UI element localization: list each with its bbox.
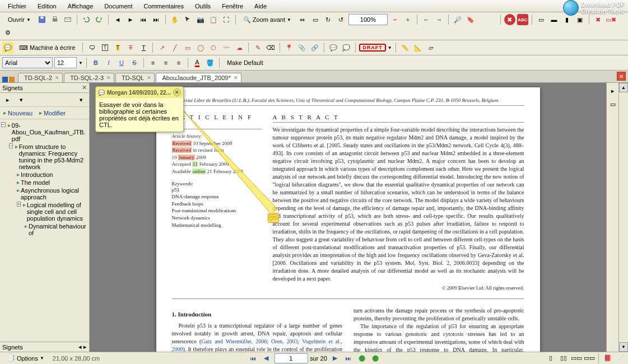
snapshot-icon[interactable]: 📷 — [195, 14, 206, 25]
view-continuous-icon[interactable]: ▯▯ — [558, 353, 569, 364]
expand-all-icon[interactable]: ▸ — [2, 94, 13, 105]
textbox-icon[interactable]: 🅃 — [99, 42, 110, 53]
note-icon[interactable]: 💬 — [2, 42, 13, 53]
next-page-icon[interactable]: ► — [125, 14, 136, 25]
tree-item[interactable]: ▸Dynamical behaviour of — [1, 222, 88, 237]
underline-icon[interactable]: T — [138, 42, 149, 53]
font-select[interactable]: Arial — [2, 57, 53, 68]
ruler-icon[interactable]: 📏 — [399, 42, 411, 53]
last-page-nav-icon[interactable]: ⏭ — [343, 353, 354, 363]
tree-item[interactable]: ▸The model — [1, 179, 88, 186]
find-next-icon[interactable]: → — [434, 14, 445, 25]
bookmark-icon[interactable]: 🔖 — [465, 14, 476, 25]
close-all-tabs[interactable]: ✕ — [617, 72, 626, 81]
open-button[interactable]: Ouvrir▼ — [2, 14, 35, 25]
options-button[interactable]: 📑 Options ▼ — [3, 353, 48, 364]
align-center-icon[interactable]: ≡ — [160, 57, 171, 68]
undo-icon[interactable] — [81, 14, 92, 25]
typewriter-button[interactable]: ⌨ Machine à écrire — [15, 42, 79, 53]
menu-affichage[interactable]: Affichage — [62, 1, 99, 11]
tab-tdsql[interactable]: TD-SQL✕ — [115, 73, 155, 82]
highlight-icon[interactable]: T — [112, 42, 123, 53]
vertical-scrollbar[interactable]: ▲ ▼ — [618, 83, 628, 352]
sticky-body[interactable]: Essayer de voir dans la bibliographie si… — [96, 98, 183, 132]
search-icon[interactable]: 🔎 — [452, 14, 463, 25]
font-color-icon[interactable]: A — [192, 57, 203, 68]
rect-tool-icon[interactable]: ▭ — [182, 42, 193, 53]
view-single-icon[interactable]: ▯ — [545, 353, 556, 364]
zoom-in-icon[interactable]: + — [402, 14, 413, 25]
polygon-tool-icon[interactable]: ⬠ — [208, 42, 219, 53]
hide-comments-icon[interactable]: 💭 — [341, 42, 352, 53]
zoom-button[interactable]: 🔍 Zoom avant ▼ — [239, 14, 295, 25]
settings-icon[interactable]: ⚙ — [2, 27, 13, 38]
tab-tdsql23[interactable]: TD-SQL-2-3✕ — [64, 73, 114, 82]
last-page-icon[interactable]: ⏭ — [151, 14, 162, 25]
fit-width-icon[interactable]: ⇔ — [297, 14, 308, 25]
fill-color-icon[interactable]: 🪣 — [204, 57, 216, 68]
attach-icon[interactable]: 📎 — [296, 42, 308, 53]
fit-page-icon[interactable]: ▭ — [310, 14, 321, 25]
page-number-input[interactable] — [274, 353, 308, 363]
callout-icon[interactable]: 🗨 — [86, 42, 97, 53]
menu-outils[interactable]: Outils — [189, 1, 216, 11]
redo-icon[interactable] — [94, 14, 105, 25]
tile-h-icon[interactable]: ▬ — [548, 14, 560, 25]
sidebar-footer-label[interactable]: Signets — [2, 344, 23, 351]
document-viewport[interactable]: 💬 Morgan 14/09/2010, 22... ✕ Essayer de … — [90, 83, 606, 352]
arrow-tool-icon[interactable]: ↗ — [156, 42, 168, 53]
select-tool-icon[interactable] — [182, 14, 193, 25]
tree-item[interactable]: −▸From structure to dynamics: Frequency … — [1, 143, 88, 171]
prev-page-icon[interactable]: ◄ — [112, 14, 123, 25]
tile-blue-icon[interactable] — [2, 77, 8, 82]
first-page-icon[interactable]: ⏮ — [138, 14, 149, 25]
collapse-all-icon[interactable]: ▾ — [16, 94, 27, 105]
tree-item[interactable]: ▸Asynchronous logical approach — [1, 186, 88, 201]
strike-fmt-icon[interactable]: S — [129, 57, 140, 68]
zoom-input[interactable] — [348, 14, 388, 25]
prev-page-nav-icon[interactable]: ◀ — [260, 353, 272, 363]
cascade-icon[interactable]: ▣ — [574, 14, 585, 25]
view-facing-icon[interactable]: ▭▭ — [571, 353, 582, 364]
mail-icon[interactable] — [62, 14, 73, 25]
resize-grip[interactable]: ⋰ — [618, 354, 625, 362]
menu-aide[interactable]: Aide — [249, 1, 272, 11]
link-icon[interactable]: 🔗 — [309, 42, 320, 53]
close-icon[interactable]: ✕ — [55, 75, 61, 81]
tree-item[interactable]: ▸Introduction — [1, 171, 88, 179]
draft-stamp[interactable]: DRAFT — [359, 44, 386, 52]
italic-icon[interactable]: I — [103, 57, 114, 68]
polyline-tool-icon[interactable]: 〰 — [221, 42, 232, 53]
sidebar-close-icon[interactable]: ✕ — [82, 84, 87, 91]
menu-edition[interactable]: Edition — [32, 1, 62, 11]
sticky-note-popup[interactable]: 💬 Morgan 14/09/2010, 22... ✕ Essayer de … — [95, 86, 184, 132]
side-menu-icon[interactable]: ▾ — [76, 94, 87, 105]
panel-tool-icon[interactable]: ▭ — [607, 99, 618, 110]
first-page-nav-icon[interactable]: ⏮ — [247, 353, 258, 363]
menu-document[interactable]: Document — [99, 1, 138, 11]
tile-v-icon[interactable]: ▮ — [561, 14, 573, 25]
sticky-close-icon[interactable]: ✕ — [173, 88, 181, 96]
panel-toggle-icon[interactable]: ▸ — [607, 85, 618, 96]
rotate-cw-icon[interactable]: ↻ — [323, 14, 334, 25]
eraser-tool-icon[interactable]: ⌫ — [265, 42, 276, 53]
tab-aboujaoude[interactable]: AbouJaoude_JTB_2009*✕ — [156, 73, 241, 82]
hand-tool-icon[interactable]: ✋ — [169, 14, 180, 25]
nav-fwd-icon[interactable]: ⬤ — [370, 353, 381, 363]
tab-tdsql2[interactable]: TD-SQL-2✕ — [18, 73, 63, 82]
download-pdf-badge[interactable]: Download PDFCreation Tools — [563, 0, 625, 16]
scroll-up-icon[interactable]: ▲ — [619, 83, 628, 92]
menu-fichier[interactable]: Fichier — [2, 1, 32, 11]
delete-selection-icon[interactable]: ▭✖ — [606, 14, 617, 25]
form-tool-icon[interactable]: ▭ — [536, 14, 547, 25]
tree-item[interactable]: −▸09-Abou_Oua_Kaufman_JTB.pdf — [1, 122, 88, 143]
tile-orange-icon[interactable] — [9, 77, 15, 82]
align-right-icon[interactable]: ≡ — [173, 57, 184, 68]
comment-marker-icon[interactable] — [268, 213, 279, 223]
rotate-ccw-icon[interactable]: ↺ — [336, 14, 347, 25]
show-comments-icon[interactable]: 💬 — [328, 42, 339, 53]
line-tool-icon[interactable]: ╱ — [169, 42, 180, 53]
clipboard-icon[interactable]: 📋 — [208, 14, 219, 25]
scroll-down-icon[interactable]: ▼ — [619, 342, 628, 352]
strikethrough-icon[interactable]: T — [125, 42, 136, 53]
